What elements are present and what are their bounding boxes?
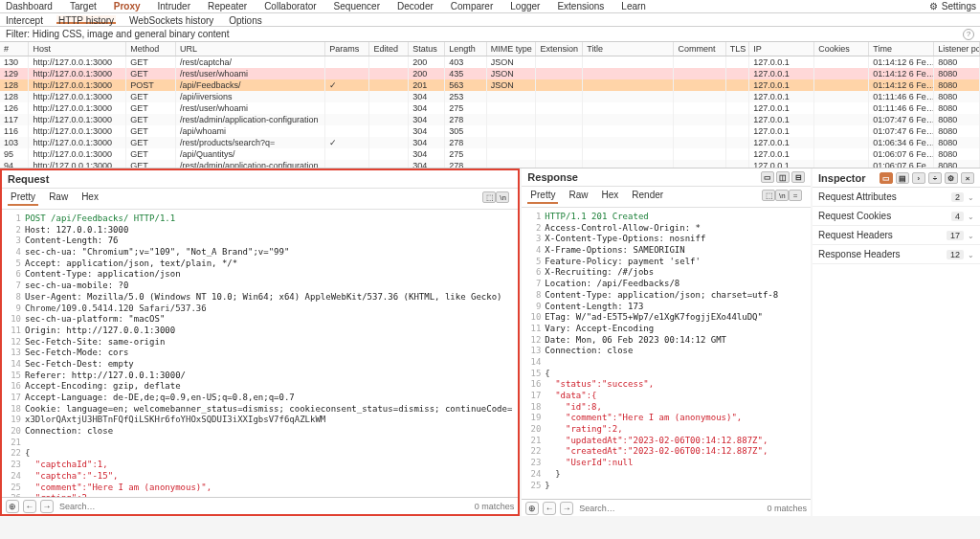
inspector-row-request-attributes[interactable]: Request Attributes2⌄ bbox=[813, 188, 980, 207]
col-ip[interactable]: IP bbox=[749, 42, 814, 56]
table-row[interactable]: 126http://127.0.0.1:3000GET/rest/user/wh… bbox=[0, 102, 980, 114]
search-next-icon[interactable]: → bbox=[40, 500, 54, 513]
subtab-websockets-history[interactable]: WebSockets history bbox=[127, 15, 215, 24]
response-tab-hex[interactable]: Hex bbox=[598, 190, 621, 204]
request-tab-raw[interactable]: Raw bbox=[46, 191, 71, 206]
settings-label: Settings bbox=[942, 1, 976, 11]
response-title: Response bbox=[527, 171, 578, 183]
col-extension[interactable]: Extension bbox=[536, 42, 583, 56]
menubar-items: DashboardTargetProxyIntruderRepeaterColl… bbox=[4, 1, 648, 11]
subtab-http-history[interactable]: HTTP history bbox=[56, 15, 116, 24]
res-search-next-icon[interactable]: → bbox=[560, 502, 573, 515]
proxy-subtabs: InterceptHTTP historyWebSockets historyO… bbox=[0, 13, 980, 27]
inspector-title: Inspector bbox=[818, 172, 866, 184]
ins-gear-icon[interactable]: ⚙ bbox=[945, 172, 958, 184]
request-title: Request bbox=[8, 173, 49, 185]
inspector-pane: Inspector ▭ ▤ › ÷ ⚙ × Request Attributes… bbox=[813, 168, 980, 516]
search-prev-icon[interactable]: ← bbox=[23, 500, 36, 513]
inspector-row-request-cookies[interactable]: Request Cookies4⌄ bbox=[813, 207, 980, 226]
response-tab-raw[interactable]: Raw bbox=[566, 190, 590, 204]
subtab-options[interactable]: Options bbox=[227, 15, 263, 24]
menu-item-extensions[interactable]: Extensions bbox=[555, 1, 606, 11]
response-tabs: PrettyRawHexRender ⬚\n= bbox=[522, 187, 811, 208]
menu-item-target[interactable]: Target bbox=[68, 1, 99, 11]
ins-view-2[interactable]: ▤ bbox=[896, 172, 909, 184]
menu-item-decoder[interactable]: Decoder bbox=[395, 1, 435, 11]
inspector-row-request-headers[interactable]: Request Headers17⌄ bbox=[813, 226, 980, 245]
request-tab-pretty[interactable]: Pretty bbox=[8, 191, 38, 206]
menu-item-learn[interactable]: Learn bbox=[619, 1, 648, 11]
request-search-input[interactable] bbox=[57, 500, 471, 513]
subtab-intercept[interactable]: Intercept bbox=[4, 15, 45, 24]
newline-toggle[interactable]: \n bbox=[496, 191, 509, 203]
col-status[interactable]: Status bbox=[409, 42, 445, 56]
request-body[interactable]: 1POST /api/Feedbacks/ HTTP/1.12Host: 127… bbox=[2, 210, 518, 497]
main-menubar: DashboardTargetProxyIntruderRepeaterColl… bbox=[0, 0, 980, 13]
res-search-prev-icon[interactable]: ← bbox=[543, 502, 556, 515]
response-pane: Response ▭ ◫ ⊟ PrettyRawHexRender ⬚\n= 1… bbox=[522, 168, 811, 516]
col-params[interactable]: Params bbox=[325, 42, 369, 56]
response-tab-render[interactable]: Render bbox=[629, 190, 666, 204]
col--[interactable]: # bbox=[0, 42, 29, 56]
request-tab-hex[interactable]: Hex bbox=[78, 191, 101, 206]
ins-div-icon[interactable]: ÷ bbox=[928, 172, 942, 184]
table-row[interactable]: 117http://127.0.0.1:3000GET/rest/admin/a… bbox=[0, 114, 980, 125]
filter-label: Filter: Hiding CSS, image and general bi… bbox=[6, 29, 229, 39]
table-row[interactable]: 103http://127.0.0.1:3000GET/rest/product… bbox=[0, 137, 980, 148]
response-searchbar: ⊕ ← → 0 matches bbox=[522, 499, 811, 516]
menu-item-dashboard[interactable]: Dashboard bbox=[4, 1, 55, 11]
res-newline-toggle[interactable]: \n bbox=[775, 190, 789, 201]
res-eq-toggle[interactable]: = bbox=[789, 190, 802, 201]
col-comment[interactable]: Comment bbox=[674, 42, 725, 56]
col-mime-type[interactable]: MIME type bbox=[486, 42, 536, 56]
response-tab-pretty[interactable]: Pretty bbox=[527, 190, 558, 204]
layout-btn-2[interactable]: ◫ bbox=[776, 171, 790, 183]
res-view-btn-1[interactable]: ⬚ bbox=[762, 190, 775, 201]
menu-item-proxy[interactable]: Proxy bbox=[112, 1, 143, 11]
table-row[interactable]: 130http://127.0.0.1:3000GET/rest/captcha… bbox=[0, 56, 980, 69]
inspector-rows: Request Attributes2⌄Request Cookies4⌄Req… bbox=[813, 188, 980, 264]
request-searchbar: ⊕ ← → 0 matches bbox=[2, 497, 518, 514]
response-search-input[interactable] bbox=[577, 502, 763, 515]
menu-item-intruder[interactable]: Intruder bbox=[156, 1, 192, 11]
table-header-row[interactable]: #HostMethodURLParamsEditedStatusLengthMI… bbox=[0, 42, 980, 56]
table-row[interactable]: 128http://127.0.0.1:3000GET/api/iiversio… bbox=[0, 91, 980, 102]
col-edited[interactable]: Edited bbox=[369, 42, 409, 56]
menu-item-collaborator[interactable]: Collaborator bbox=[262, 1, 318, 11]
search-config-icon[interactable]: ⊕ bbox=[6, 500, 19, 513]
response-matches-label: 0 matches bbox=[767, 504, 807, 513]
table-row[interactable]: 95http://127.0.0.1:3000GET/api/Quantitys… bbox=[0, 148, 980, 160]
ins-chev-icon[interactable]: › bbox=[912, 172, 925, 184]
settings-button[interactable]: ⚙ Settings bbox=[929, 1, 976, 11]
table-row[interactable]: 129http://127.0.0.1:3000GET/rest/user/wh… bbox=[0, 68, 980, 79]
menu-item-repeater[interactable]: Repeater bbox=[206, 1, 249, 11]
col-url[interactable]: URL bbox=[175, 42, 324, 56]
table-row[interactable]: 116http://127.0.0.1:3000GET/api/whoami30… bbox=[0, 125, 980, 137]
filter-bar[interactable]: Filter: Hiding CSS, image and general bi… bbox=[0, 27, 980, 42]
col-tls[interactable]: TLS bbox=[725, 42, 748, 56]
res-search-config-icon[interactable]: ⊕ bbox=[525, 502, 539, 515]
table-body: 130http://127.0.0.1:3000GET/rest/captcha… bbox=[0, 56, 980, 169]
request-pane: Request PrettyRawHex ⬚\n 1POST /api/Feed… bbox=[0, 168, 520, 516]
col-title[interactable]: Title bbox=[583, 42, 674, 56]
col-cookies[interactable]: Cookies bbox=[814, 42, 869, 56]
layout-btn-3[interactable]: ⊟ bbox=[791, 171, 805, 183]
menu-item-sequencer[interactable]: Sequencer bbox=[332, 1, 382, 11]
layout-btn-1[interactable]: ▭ bbox=[761, 171, 774, 183]
inspector-row-response-headers[interactable]: Response Headers12⌄ bbox=[813, 245, 980, 264]
request-matches-label: 0 matches bbox=[475, 502, 515, 511]
table-row[interactable]: 94http://127.0.0.1:3000GET/rest/admin/ap… bbox=[0, 160, 980, 168]
req-view-btn-1[interactable]: ⬚ bbox=[482, 191, 496, 203]
ins-view-1[interactable]: ▭ bbox=[880, 172, 893, 184]
menu-item-comparer[interactable]: Comparer bbox=[449, 1, 495, 11]
table-row[interactable]: 128http://127.0.0.1:3000POST/api/Feedbac… bbox=[0, 79, 980, 91]
menu-item-logger[interactable]: Logger bbox=[508, 1, 542, 11]
col-length[interactable]: Length bbox=[445, 42, 486, 56]
help-icon[interactable]: ? bbox=[963, 29, 974, 40]
ins-close-icon[interactable]: × bbox=[961, 172, 974, 184]
col-listener-port[interactable]: Listener port bbox=[934, 42, 980, 56]
col-host[interactable]: Host bbox=[29, 42, 126, 56]
col-method[interactable]: Method bbox=[126, 42, 176, 56]
col-time[interactable]: Time bbox=[869, 42, 934, 56]
response-body[interactable]: 1HTTP/1.1 201 Created2Access-Control-All… bbox=[522, 208, 811, 499]
